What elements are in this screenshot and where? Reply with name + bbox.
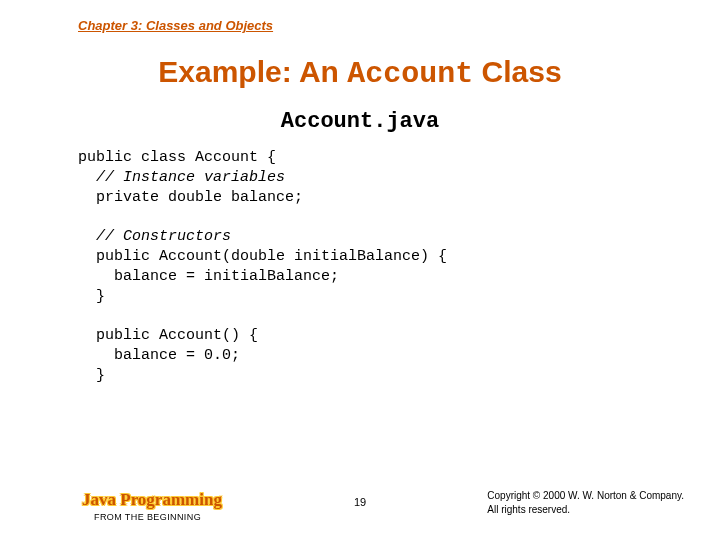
code-line: } <box>78 367 105 384</box>
code-line: balance = initialBalance; <box>78 268 339 285</box>
brand-subtitle: FROM THE BEGINNING <box>94 512 222 522</box>
code-comment: // Constructors <box>78 228 231 245</box>
chapter-heading: Chapter 3: Classes and Objects <box>0 0 720 33</box>
slide-title: Example: An Account Class <box>0 55 720 91</box>
code-line: private double balance; <box>78 189 303 206</box>
code-block: public class Account { // Instance varia… <box>78 148 720 386</box>
code-comment: // Instance variables <box>78 169 285 186</box>
copyright-line-2: All rights reserved. <box>487 503 684 517</box>
title-pre: Example: An <box>158 55 347 88</box>
brand-title: Java Programming <box>82 490 222 510</box>
title-mono: Account <box>347 57 473 91</box>
page-number: 19 <box>354 496 366 508</box>
copyright-line-1: Copyright © 2000 W. W. Norton & Company. <box>487 489 684 503</box>
code-line: public Account(double initialBalance) { <box>78 248 447 265</box>
title-post: Class <box>473 55 561 88</box>
code-line: balance = 0.0; <box>78 347 240 364</box>
code-line: public Account() { <box>78 327 258 344</box>
filename-subtitle: Account.java <box>0 109 720 134</box>
code-line: } <box>78 288 105 305</box>
copyright: Copyright © 2000 W. W. Norton & Company.… <box>487 489 684 516</box>
footer-brand-block: Java Programming FROM THE BEGINNING <box>82 490 222 522</box>
code-line: public class Account { <box>78 149 276 166</box>
